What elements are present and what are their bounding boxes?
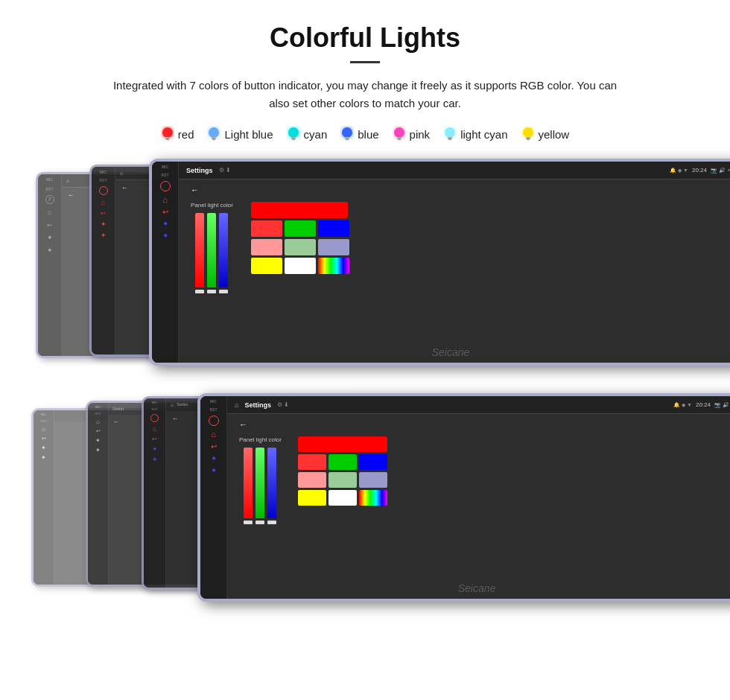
color-item-blue: blue (340, 126, 378, 142)
device-stack-2: MIC RST ⌂ ↩ ✦ ✦ MIC (30, 393, 700, 620)
bulb-pink-icon (393, 126, 406, 142)
svg-point-9 (342, 127, 352, 138)
color-label-pink: pink (410, 128, 431, 141)
device-front-2: MIC RST ⌂ ↩ ✦ ✦ ⌂ Set (197, 393, 730, 602)
device2-topbar-title: Settings (244, 401, 271, 409)
section-description: Integrated with 7 colors of button indic… (104, 77, 626, 112)
svg-point-15 (445, 127, 455, 138)
device2-back-arrow[interactable]: ← (239, 420, 730, 429)
svg-rect-11 (346, 139, 349, 140)
svg-rect-5 (212, 139, 215, 140)
svg-point-3 (209, 127, 219, 138)
svg-rect-2 (166, 139, 169, 140)
svg-rect-17 (448, 139, 451, 140)
device-stack-1: MIC RST ⌂ ↩ ✦ ✦ ⌂ (30, 159, 700, 378)
panel-light-label: Panel light color (191, 202, 233, 209)
bulb-lightblue-icon (207, 126, 220, 142)
screenshots-section: MIC RST ⌂ ↩ ✦ ✦ ⌂ (30, 159, 700, 620)
bulb-lightcyan-icon (443, 126, 457, 142)
panel-light-label-2: Panel light color (239, 436, 282, 443)
color-label-red: red (178, 128, 194, 141)
svg-rect-8 (292, 139, 295, 140)
color-indicators-row: red Light blue cyan (30, 126, 700, 142)
color-item-lightcyan: light cyan (443, 126, 507, 142)
bulb-cyan-icon (287, 126, 300, 142)
color-label-blue: blue (358, 128, 378, 141)
color-item-yellow: yellow (521, 126, 570, 142)
color-label-lightcyan: light cyan (460, 128, 507, 141)
svg-point-0 (162, 127, 173, 138)
color-item-cyan: cyan (287, 126, 328, 142)
svg-point-12 (394, 127, 404, 138)
device2-topbar-time: 20:24 (696, 401, 711, 408)
color-item-pink: pink (393, 126, 431, 142)
bulb-blue-icon (340, 126, 354, 142)
device-topbar-time: 20:24 (692, 167, 707, 174)
svg-point-18 (523, 127, 533, 138)
device-front-1: MIC RST ⌂ ↩ ✦ ✦ Settings (149, 159, 730, 366)
page-title: Colorful Lights (30, 22, 700, 54)
device-back-arrow[interactable]: ← (191, 185, 730, 194)
svg-rect-14 (398, 139, 401, 140)
bulb-yellow-icon (521, 126, 535, 142)
bulb-red-icon (161, 126, 174, 142)
color-label-yellow: yellow (539, 128, 570, 141)
device-topbar-title: Settings (186, 167, 213, 174)
color-label-lightblue: Light blue (224, 128, 273, 141)
color-item-red: red (161, 126, 194, 142)
title-divider (350, 61, 380, 63)
color-item-lightblue: Light blue (207, 126, 273, 142)
svg-rect-20 (527, 139, 530, 140)
color-label-cyan: cyan (304, 128, 328, 141)
page-container: Colorful Lights Integrated with 7 colors… (0, 0, 730, 635)
svg-point-6 (288, 127, 299, 138)
